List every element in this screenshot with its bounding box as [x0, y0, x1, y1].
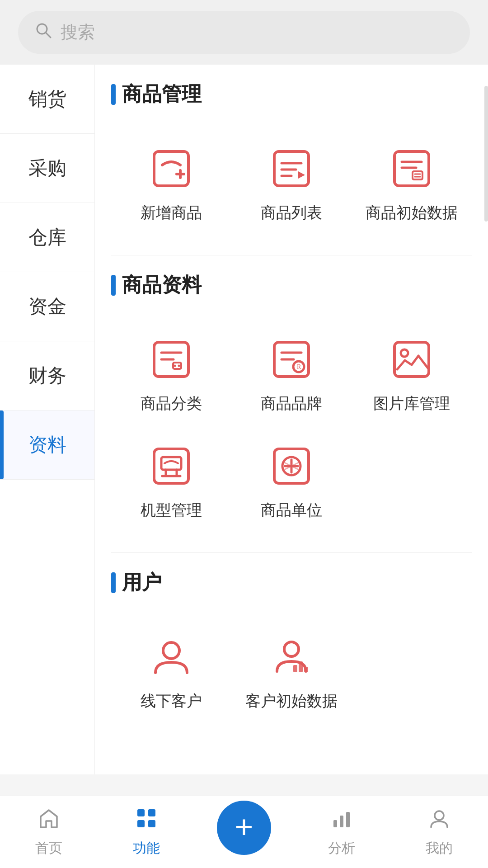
nav-analysis[interactable]: 分析	[293, 807, 390, 858]
svg-rect-2	[154, 151, 188, 186]
svg-rect-13	[413, 171, 422, 179]
svg-point-20	[174, 365, 176, 367]
offline-customer-label: 线下客户	[141, 691, 202, 712]
section-bar-3	[111, 572, 116, 593]
mine-icon	[427, 807, 451, 835]
section-header-product-data: 商品资料	[111, 272, 472, 298]
nav-add-button[interactable]: +	[217, 801, 271, 855]
sidebar-item-warehouse[interactable]: 仓库	[0, 203, 94, 272]
customer-init-icon-box	[267, 632, 316, 682]
sidebar-item-sales[interactable]: 销货	[0, 65, 94, 134]
sidebar-item-purchase[interactable]: 采购	[0, 134, 94, 203]
product-init-cell[interactable]: 商品初始数据	[352, 130, 472, 237]
sidebar-item-finance[interactable]: 财务	[0, 341, 94, 410]
svg-rect-41	[304, 667, 308, 672]
bottom-nav: 首页 功能 + 分析	[0, 796, 488, 868]
content-area: 商品管理 新增商品	[95, 65, 488, 774]
add-product-icon-box	[146, 144, 196, 193]
svg-rect-40	[299, 661, 303, 672]
home-icon	[37, 807, 61, 835]
user-grid: 线下客户 客户初始数据	[111, 614, 472, 734]
model-mgmt-icon	[149, 443, 194, 489]
main-layout: 销货 采购 仓库 资金 财务 资料 商品管理	[0, 65, 488, 774]
product-brand-cell[interactable]: R 商品品牌	[231, 321, 352, 428]
product-unit-icon	[269, 443, 314, 489]
product-list-icon	[269, 146, 314, 191]
svg-rect-39	[293, 665, 297, 672]
nav-analysis-label: 分析	[328, 839, 355, 858]
svg-line-1	[46, 33, 51, 38]
offline-customer-icon	[149, 634, 194, 679]
nav-function-label: 功能	[133, 839, 160, 858]
product-mgmt-grid: 新增商品 商品列表	[111, 126, 472, 246]
offline-customer-icon-box	[146, 632, 196, 682]
svg-rect-29	[154, 449, 188, 483]
sidebar-item-capital[interactable]: 资金	[0, 272, 94, 341]
product-init-icon	[389, 146, 434, 191]
product-unit-icon-box	[267, 441, 316, 491]
svg-rect-27	[394, 342, 429, 377]
image-library-icon	[389, 337, 434, 382]
image-library-cell[interactable]: 图片库管理	[352, 321, 472, 428]
product-data-grid: 商品分类 R 商品品牌	[111, 316, 472, 543]
search-icon	[34, 21, 52, 43]
svg-text:R: R	[297, 363, 301, 370]
offline-customer-cell[interactable]: 线下客户	[111, 618, 231, 725]
search-bar-wrap: 搜索	[0, 0, 488, 65]
product-list-label: 商品列表	[261, 203, 322, 223]
product-list-icon-box	[267, 144, 316, 193]
product-init-icon-box	[387, 144, 436, 193]
nav-home-label: 首页	[35, 839, 62, 858]
svg-point-28	[401, 349, 408, 357]
model-mgmt-label: 机型管理	[141, 500, 202, 521]
customer-init-icon	[269, 634, 314, 679]
section-title-user: 用户	[122, 569, 162, 596]
model-mgmt-cell[interactable]: 机型管理	[111, 428, 231, 534]
svg-marker-9	[298, 171, 305, 179]
add-product-icon	[149, 146, 194, 191]
product-category-cell[interactable]: 商品分类	[111, 321, 231, 428]
scroll-indicator	[484, 86, 488, 222]
product-init-label: 商品初始数据	[366, 203, 458, 223]
nav-mine[interactable]: 我的	[390, 807, 488, 858]
svg-rect-47	[340, 816, 343, 827]
svg-point-37	[163, 642, 179, 659]
product-category-icon-box	[146, 335, 196, 384]
function-icon	[135, 807, 158, 835]
product-unit-cell[interactable]: 商品单位	[231, 428, 352, 534]
svg-rect-46	[333, 820, 337, 827]
model-mgmt-icon-box	[146, 441, 196, 491]
svg-rect-44	[137, 820, 145, 827]
add-product-cell[interactable]: 新增商品	[111, 130, 231, 237]
section-user: 用户 线下客户	[95, 553, 488, 743]
section-title-product-data: 商品资料	[122, 272, 202, 298]
image-library-label: 图片库管理	[373, 393, 450, 414]
svg-point-38	[284, 642, 299, 656]
section-header-user: 用户	[111, 569, 472, 596]
product-brand-icon-box: R	[267, 335, 316, 384]
search-bar[interactable]: 搜索	[18, 11, 470, 54]
add-product-label: 新增商品	[141, 203, 202, 223]
product-list-cell[interactable]: 商品列表	[231, 130, 352, 237]
svg-point-21	[178, 365, 180, 367]
sidebar: 销货 采购 仓库 资金 财务 资料	[0, 65, 95, 774]
product-brand-label: 商品品牌	[261, 393, 322, 414]
section-header-product-mgmt: 商品管理	[111, 81, 472, 108]
section-bar-2	[111, 275, 116, 296]
section-bar	[111, 84, 116, 105]
svg-rect-42	[137, 809, 145, 816]
add-plus-icon: +	[235, 811, 253, 843]
search-placeholder: 搜索	[61, 21, 95, 44]
section-title-product-mgmt: 商品管理	[122, 81, 202, 108]
svg-rect-48	[346, 812, 350, 827]
customer-init-cell[interactable]: 客户初始数据	[231, 618, 352, 725]
customer-init-label: 客户初始数据	[245, 691, 338, 712]
nav-function[interactable]: 功能	[98, 807, 195, 858]
analysis-icon	[330, 807, 353, 835]
sidebar-item-data[interactable]: 资料	[0, 410, 94, 480]
product-category-icon	[149, 337, 194, 382]
nav-home[interactable]: 首页	[0, 807, 98, 858]
nav-add-center: +	[195, 801, 293, 864]
image-library-icon-box	[387, 335, 436, 384]
nav-mine-label: 我的	[426, 839, 453, 858]
